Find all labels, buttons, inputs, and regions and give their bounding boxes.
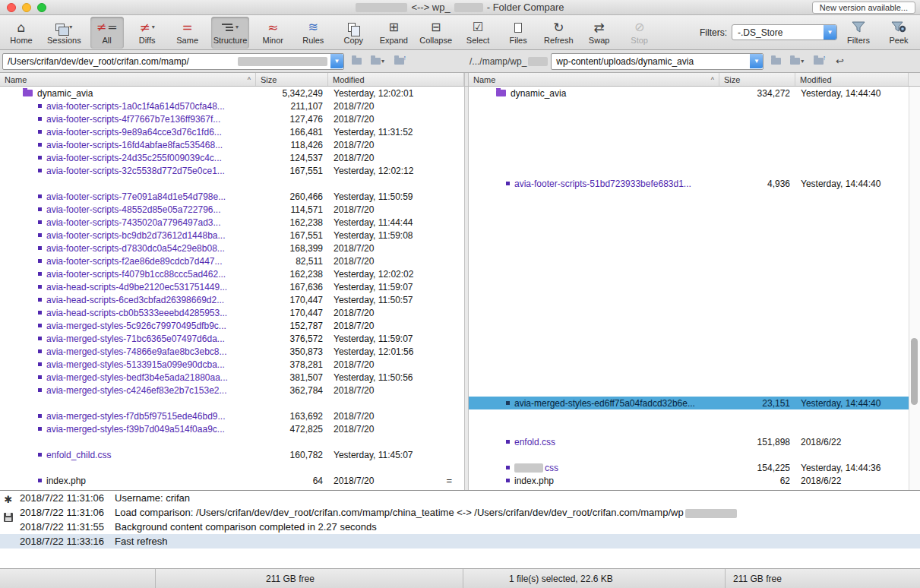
file-row[interactable]: avia-footer-scripts-bc9db2d73612d1448ba.… <box>0 229 464 242</box>
file-row[interactable]: avia-head-scripts-4d9be2120ec531751449..… <box>0 280 464 293</box>
file-name: avia-footer-scripts-f4079b1cc88ccc5ad462… <box>46 269 226 280</box>
toolbar-button-expand[interactable]: ⊞Expand <box>377 17 410 49</box>
file-row[interactable]: avia-footer-scripts-4f77667b7e136ff9367f… <box>0 112 464 125</box>
file-row[interactable]: avia-footer-scripts-1a0c1f4a614d570cfa48… <box>0 100 464 112</box>
left-folder-menu-button[interactable]: ▾ <box>368 53 387 70</box>
file-row[interactable]: avia-footer-scripts-9e89a64cce3d76c1fd6.… <box>0 125 464 138</box>
file-name: avia-footer-scripts-16fd4abfae8fac535468… <box>46 140 223 150</box>
file-row[interactable]: index.php622018/6/22 <box>469 474 909 487</box>
file-name: avia-merged-styles-71bc6365e07497d6da... <box>46 334 225 344</box>
file-row[interactable]: avia-footer-scripts-77e091a84d1e54d798e.… <box>0 190 464 203</box>
file-row[interactable]: avia-footer-scripts-d7830dc0a54c29e8b08.… <box>0 242 464 254</box>
toolbar-button-files[interactable]: Files <box>501 17 535 49</box>
file-row[interactable]: avia-footer-scripts-f2ae86de89cdcb7d447.… <box>0 254 464 267</box>
column-header-name-right[interactable]: Name ^ <box>469 73 719 86</box>
refresh-icon: ↻ <box>553 20 564 35</box>
right-browse-folder-button[interactable] <box>767 53 785 70</box>
file-row[interactable]: avia-merged-styles-c4246ef83e2b7c153e2..… <box>0 384 464 397</box>
toolbar-button-label: Peek <box>889 36 908 45</box>
file-row[interactable]: enfold.css151,8982018/6/22 <box>469 435 909 448</box>
toolbar-button-all[interactable]: ≠=All <box>90 17 124 49</box>
file-row[interactable]: avia-merged-styles-5c926c79970495dfb9c..… <box>0 319 464 332</box>
left-parent-folder-button[interactable]: ↑ <box>390 53 408 70</box>
column-header-size-right[interactable]: Size <box>719 73 795 86</box>
toolbar-button-same[interactable]: =Same <box>171 17 204 49</box>
file-row[interactable]: css154,225Yesterday, 14:44:36 <box>469 461 909 474</box>
right-parent-folder-button[interactable]: ↑ <box>809 53 827 70</box>
left-path-text: /Users/crifan/dev/dev_root/crifan.com/ma… <box>3 56 238 67</box>
scrollbar-thumb[interactable] <box>911 338 918 405</box>
file-bullet-icon <box>38 156 42 160</box>
left-browse-folder-button[interactable] <box>347 53 365 70</box>
file-row[interactable]: avia-head-scripts-cb0b5333eeebd4285953..… <box>0 306 464 319</box>
file-row[interactable]: index.php642018/7/20= <box>0 474 464 487</box>
traffic-lights <box>7 3 46 12</box>
file-row[interactable]: avia-head-scripts-6ced3cbfad26398669d2..… <box>0 293 464 306</box>
file-row[interactable]: avia-footer-scripts-f4079b1cc88ccc5ad462… <box>0 267 464 280</box>
zoom-button[interactable] <box>37 3 46 12</box>
column-header-modified-right[interactable]: Modified <box>795 73 909 86</box>
file-row[interactable]: dynamic_avia334,272Yesterday, 14:44:40 <box>469 87 909 100</box>
chevron-down-icon[interactable]: ▼ <box>824 25 836 40</box>
toolbar-button-diffs[interactable]: ≠▾Diffs <box>131 17 164 49</box>
log-line[interactable]: 2018/7/22 11:31:55Background content com… <box>0 520 920 534</box>
file-size: 162,238 <box>256 269 328 280</box>
right-free-space-status: 211 GB free <box>726 569 920 588</box>
toolbar-button-label: Diffs <box>139 36 156 45</box>
toolbar-button-sessions[interactable]: ▾Sessions <box>45 17 84 49</box>
toolbar-button-rules[interactable]: ≋Rules <box>296 17 330 49</box>
column-header-modified-left[interactable]: Modified <box>328 73 464 86</box>
file-row[interactable]: avia-merged-styles-bedf3b4e5ada21880aa..… <box>0 371 464 384</box>
file-row[interactable]: avia-merged-styles-f7db5f97515ede46bd9..… <box>0 409 464 422</box>
toolbar-button-stop[interactable]: ⊘Stop <box>623 17 656 49</box>
toolbar-button-select[interactable]: ☑Select <box>461 17 495 49</box>
chevron-down-icon[interactable]: ▼ <box>750 54 763 68</box>
filters-label: Filters: <box>700 27 727 38</box>
filters-combo[interactable]: -.DS_Store ▼ <box>732 24 837 40</box>
column-header-name-left[interactable]: Name ^ <box>0 73 256 86</box>
toolbar-button-minor[interactable]: ≈Minor <box>256 17 289 49</box>
file-row <box>0 461 464 474</box>
toolbar-button-filters[interactable]: Filters <box>842 17 875 49</box>
toolbar-button-refresh[interactable]: ↻Refresh <box>542 17 576 49</box>
log-line[interactable]: 2018/7/22 11:33:16Fast refresh <box>0 534 920 548</box>
right-back-button[interactable]: ↩ <box>830 53 849 70</box>
toolbar-button-swap[interactable]: ⇄Swap <box>583 17 616 49</box>
chevron-down-icon[interactable]: ▼ <box>330 54 343 68</box>
file-row[interactable]: avia-footer-scripts-32c5538d772d75e0ce1.… <box>0 164 464 177</box>
toolbar-button-collapse[interactable]: ⊟Collapse <box>417 17 454 49</box>
minimize-button[interactable] <box>22 3 31 12</box>
file-row[interactable]: enfold_child.css160,782Yesterday, 11:45:… <box>0 448 464 461</box>
right-folder-menu-button[interactable]: ▾ <box>788 53 806 70</box>
new-version-button[interactable]: New version available... <box>812 2 915 14</box>
right-path-input[interactable]: wp-content/uploads/dynamic_avia ▼ <box>551 53 764 70</box>
toolbar-button-home[interactable]: ⌂Home <box>5 17 38 49</box>
toolbar-button-copy[interactable]: Copy <box>337 17 370 49</box>
file-modified: 2018/7/20 <box>328 256 464 267</box>
vertical-scrollbar[interactable] <box>909 87 920 490</box>
collapse-icon: ⊟ <box>431 20 441 35</box>
toolbar-button-peek[interactable]: Peek <box>882 17 915 49</box>
log-line[interactable]: 2018/7/22 11:31:06Username: crifan <box>0 491 920 505</box>
toolbar-button-structure[interactable]: ▾Structure <box>211 17 250 49</box>
file-row[interactable]: avia-merged-styles-5133915a099e90dcba...… <box>0 358 464 371</box>
file-name: avia-footer-scripts-4f77667b7e136ff9367f… <box>46 114 220 125</box>
file-row[interactable]: avia-footer-scripts-7435020a7796497ad3..… <box>0 216 464 229</box>
file-row[interactable]: avia-footer-scripts-51bd723933befe683d1.… <box>469 177 909 190</box>
file-row[interactable]: avia-merged-styles-74866e9afae8bc3ebc8..… <box>0 345 464 358</box>
left-path-input[interactable]: /Users/crifan/dev/dev_root/crifan.com/ma… <box>2 53 344 70</box>
gear-icon[interactable]: ✱ <box>5 495 13 504</box>
file-row[interactable]: dynamic_avia5,342,249Yesterday, 12:02:01 <box>0 87 464 100</box>
file-bullet-icon <box>506 182 510 185</box>
file-bullet-icon <box>38 285 42 289</box>
file-row[interactable]: avia-merged-styles-f39b7d049a514f0aa9c..… <box>0 422 464 435</box>
save-log-icon[interactable] <box>4 513 13 522</box>
column-header-size-left[interactable]: Size <box>256 73 328 86</box>
log-line[interactable]: 2018/7/22 11:31:06Load comparison: /User… <box>0 505 920 520</box>
file-row[interactable]: avia-footer-scripts-48552d85e05a722796..… <box>0 203 464 216</box>
file-row[interactable]: avia-footer-scripts-24d35c255f009039c4c.… <box>0 151 464 164</box>
file-row[interactable]: avia-merged-styles-71bc6365e07497d6da...… <box>0 332 464 345</box>
close-button[interactable] <box>7 3 16 12</box>
file-row[interactable]: avia-merged-styles-ed6ff75a04fadcd32b6e.… <box>469 397 909 409</box>
file-row[interactable]: avia-footer-scripts-16fd4abfae8fac535468… <box>0 138 464 151</box>
